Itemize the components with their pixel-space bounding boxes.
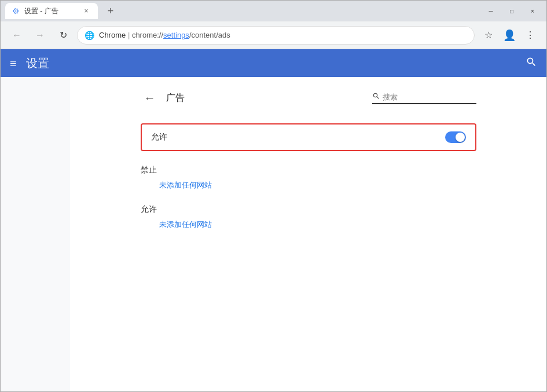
back-button[interactable]: ← xyxy=(8,26,26,45)
url-bar[interactable]: 🌐 Chrome | chrome://settings/content/ads xyxy=(77,26,475,45)
minimize-button[interactable]: ─ xyxy=(482,4,500,18)
tab-close-button[interactable]: × xyxy=(82,6,91,16)
toggle-label: 允许 xyxy=(151,132,167,142)
star-icon: ☆ xyxy=(484,30,493,41)
reload-button[interactable]: ↻ xyxy=(54,26,72,45)
url-separator: | xyxy=(128,31,132,39)
blocked-section-header: 禁止 xyxy=(141,165,476,175)
content-inner: ← 广告 允许 xyxy=(118,77,500,255)
title-bar: ⚙ 设置 - 广告 × + ─ □ × xyxy=(1,1,546,21)
new-tab-button[interactable]: + xyxy=(102,3,119,19)
sidebar xyxy=(1,77,70,391)
main-content: ← 广告 允许 xyxy=(1,77,546,391)
menu-button[interactable]: ⋮ xyxy=(521,26,539,45)
hamburger-icon[interactable]: ≡ xyxy=(10,57,17,70)
page-search-icon xyxy=(372,92,380,102)
maximize-button[interactable]: □ xyxy=(502,4,521,18)
blocked-section: 禁止 未添加任何网站 xyxy=(141,165,476,190)
url-scheme: chrome:// xyxy=(132,31,163,39)
tab-title: 设置 - 广告 xyxy=(24,6,58,16)
allowed-section: 允许 未添加任何网站 xyxy=(141,204,476,230)
page-header-left: ← 广告 xyxy=(141,89,185,107)
app-title: 设置 xyxy=(26,56,49,71)
bookmark-button[interactable]: ☆ xyxy=(479,26,498,45)
url-brand: Chrome xyxy=(99,31,126,39)
content-area: ← 广告 允许 xyxy=(70,77,546,391)
back-arrow-icon: ← xyxy=(12,30,21,41)
blocked-empty-text: 未添加任何网站 xyxy=(141,180,476,190)
account-icon: 👤 xyxy=(503,29,516,42)
allowed-section-header: 允许 xyxy=(141,204,476,215)
allowed-empty-text: 未添加任何网站 xyxy=(141,219,476,230)
toggle-section: 允许 xyxy=(141,123,476,151)
app-header: ≡ 设置 xyxy=(1,49,546,77)
window-controls: ─ □ × xyxy=(482,4,542,18)
ads-toggle[interactable] xyxy=(445,131,466,143)
globe-icon: 🌐 xyxy=(85,31,94,40)
browser-tab[interactable]: ⚙ 设置 - 广告 × xyxy=(5,3,98,19)
toolbar-right: ☆ 👤 ⋮ xyxy=(479,26,539,45)
tab-icon: ⚙ xyxy=(12,6,20,16)
close-button[interactable]: × xyxy=(523,4,542,18)
address-bar: ← → ↻ 🌐 Chrome | chrome://settings/conte… xyxy=(1,21,546,49)
page-header: ← 广告 xyxy=(141,89,476,109)
url-path: /content/ads xyxy=(189,31,230,39)
page-search-input[interactable] xyxy=(383,93,464,101)
forward-arrow-icon: → xyxy=(35,30,45,41)
reload-icon: ↻ xyxy=(60,30,67,41)
toggle-slider xyxy=(445,131,466,143)
url-text: Chrome | chrome://settings/content/ads xyxy=(99,31,230,39)
page-back-button[interactable]: ← xyxy=(141,89,159,107)
page-title: 广告 xyxy=(166,92,185,104)
forward-button[interactable]: → xyxy=(31,26,49,45)
account-button[interactable]: 👤 xyxy=(500,26,519,45)
page-search-bar[interactable] xyxy=(372,92,476,104)
url-settings-part: settings xyxy=(163,31,189,39)
more-icon: ⋮ xyxy=(526,30,535,41)
page-back-arrow-icon: ← xyxy=(144,91,156,105)
header-search-icon[interactable] xyxy=(526,56,537,71)
